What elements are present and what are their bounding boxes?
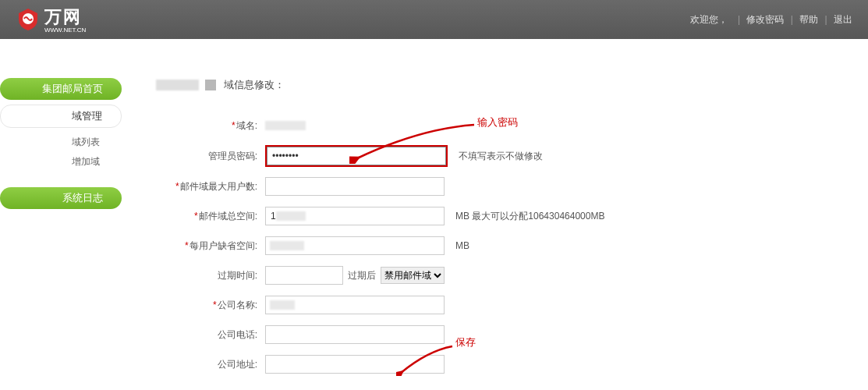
annotation-save: 保存 [455,335,476,349]
default-space-unit: MB [455,240,469,251]
sidebar-item-domain-list[interactable]: 域列表 [0,133,122,152]
logo: 万网 WWW.NET.CN [16,5,86,34]
admin-pw-label: 管理员密码: [208,151,257,161]
max-users-input[interactable] [265,177,445,196]
logo-subtext: WWW.NET.CN [44,27,86,34]
company-addr-label: 公司地址: [218,359,257,370]
breadcrumb-redacted-2 [205,80,216,90]
help-link[interactable]: 帮助 [799,14,818,25]
company-addr-input[interactable] [265,355,445,374]
main-content: 域信息修改： *域名: 管理员密码: 不填写表示不做修改 *邮件域最大用户数: … [140,39,868,390]
admin-pw-input[interactable] [267,147,446,165]
domain-value-redacted [265,121,306,130]
sidebar-item-home[interactable]: 集团邮局首页 [0,78,122,100]
sidebar: 集团邮局首页 域管理 域列表 增加域 系统日志 [0,78,122,214]
max-users-label: 邮件域最大用户数: [180,181,257,192]
domain-edit-form: *域名: 管理员密码: 不填写表示不做修改 *邮件域最大用户数: *邮件域总空间… [156,115,868,390]
welcome-text: 欢迎您， [690,14,728,25]
expire-after-text: 过期后 [348,269,376,282]
default-space-redacted [270,241,304,250]
app-header: 万网 WWW.NET.CN 欢迎您， | 修改密码 | 帮助 | 退出 [0,0,868,39]
header-right: 欢迎您， | 修改密码 | 帮助 | 退出 [686,13,852,27]
page-title: 域信息修改： [224,78,285,92]
sidebar-item-add-domain[interactable]: 增加域 [0,152,122,172]
logout-link[interactable]: 退出 [834,14,852,25]
expire-action-select[interactable]: 禁用邮件域 [381,267,445,284]
company-name-redacted [270,300,295,310]
breadcrumb-redacted-1 [156,80,199,90]
admin-pw-highlight [265,145,448,167]
company-tel-input[interactable] [265,325,445,344]
breadcrumb: 域信息修改： [156,78,868,92]
expire-label: 过期时间: [218,270,257,281]
total-space-label: 邮件域总空间: [199,211,257,222]
sidebar-item-system-log[interactable]: 系统日志 [0,187,122,209]
default-space-label: 每用户缺省空间: [190,240,257,251]
domain-label: 域名: [236,120,257,131]
company-name-label: 公司名称: [218,300,257,310]
logo-icon [16,7,41,32]
logo-text: 万网 [44,7,82,27]
sidebar-item-domain-mgmt[interactable]: 域管理 [0,105,122,128]
total-space-unit: MB [455,211,469,222]
annotation-input-password: 输入密码 [477,115,518,129]
admin-pw-hint: 不填写表示不做修改 [459,150,543,163]
change-password-link[interactable]: 修改密码 [746,14,784,25]
total-space-hint: 最大可以分配106430464000MB [472,211,604,222]
expire-input[interactable] [265,266,343,285]
company-tel-label: 公司电话: [218,329,257,340]
total-space-redacted [276,211,306,221]
